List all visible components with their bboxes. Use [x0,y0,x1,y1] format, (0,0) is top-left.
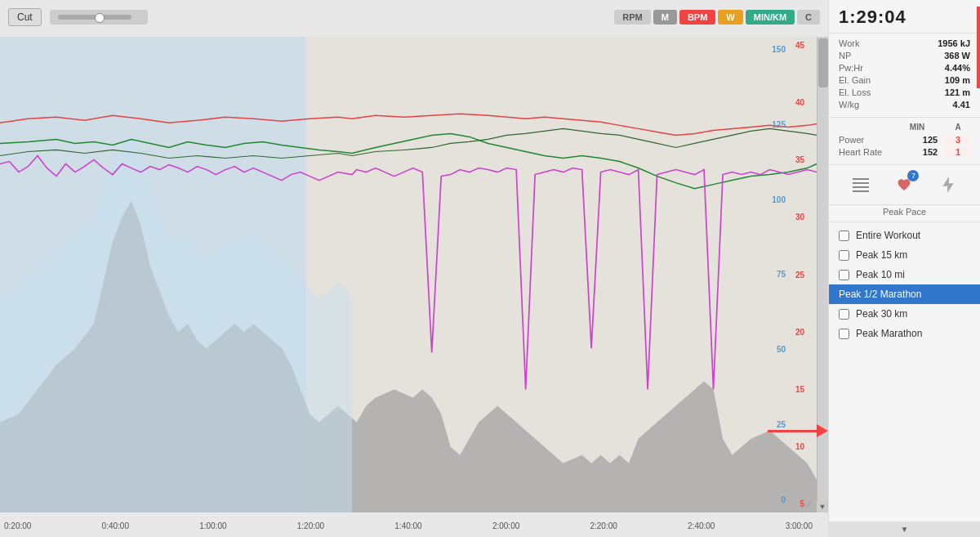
dropdown-label-peak-10mi: Peak 10 mi [856,269,905,280]
heart-icon[interactable]: 7 [891,172,917,198]
svg-rect-3 [853,190,869,192]
dropdown-label-peak-15km: Peak 15 km [856,249,907,261]
x-axis: 0:20:00 0:40:00 1:00:00 1:20:00 1:40:00 … [0,514,817,537]
dropdown-label-peak-marathon: Peak Marathon [856,328,922,339]
y-label-5: 5 [800,499,804,508]
stat-value-elgain: 109 m [945,75,970,85]
list-icon[interactable] [848,172,874,198]
range-slider[interactable] [50,10,148,25]
dropdown-item-peak-marathon[interactable]: Peak Marathon [829,324,980,343]
chart-scrollbar[interactable] [817,37,828,512]
min-avg-row-hr: Heart Rate 152 1 [839,147,970,157]
red-accent-strip [977,7,980,88]
lightning-icon[interactable] [935,172,961,198]
dropdown-item-peak-15km[interactable]: Peak 15 km [829,245,980,265]
stat-label-wkg: W/kg [839,100,859,110]
label-heartrate: Heart Rate [839,147,882,157]
chart-area: Cut RPM M BPM W MIN/KM C [0,0,828,537]
pill-m[interactable]: M [653,10,677,25]
min-avg-section: MIN A Power 125 3 Heart Rate 152 1 [829,118,980,165]
x-label-220: 2:20:00 [590,521,617,530]
chart-lines [0,37,817,512]
pill-bpm[interactable]: BPM [679,10,715,25]
stat-row-elgain: El. Gain 109 m [839,75,970,85]
stat-value-wkg: 4.41 [953,100,970,110]
stat-row-elloss: El. Loss 121 m [839,87,970,97]
chart-toolbar: Cut RPM M BPM W MIN/KM C [8,8,820,26]
red-arrow-indicator [768,424,828,437]
y-axis-right: 45 40 35 30 25 20 15 10 5 [795,37,804,512]
dropdown-item-peak-30km[interactable]: Peak 30 km [829,304,980,324]
col-header-avg: A [946,123,970,132]
checkbox-peak-15km[interactable] [839,250,849,261]
dropdown-label-peak-half-marathon: Peak 1/2 Marathon [839,289,921,300]
y-label-30: 30 [795,213,804,222]
stats-header: 1:29:04 [829,0,980,34]
chart-canvas[interactable]: 45 40 35 30 25 20 15 10 5 150 125 100 75… [0,37,817,512]
stat-label-pwhr: Pw:Hr [839,63,863,73]
y-label-150: 150 [772,45,786,54]
hr-avg: 1 [946,147,970,157]
min-avg-header: MIN A [839,123,970,132]
y-label-125: 125 [772,120,786,129]
pill-w[interactable]: W [718,10,742,25]
scrollbar-thumb[interactable] [818,38,828,87]
peak-pace-label: Peak Pace [829,205,980,222]
min-avg-row-power: Power 125 3 [839,135,970,145]
stat-value-np: 368 W [944,51,970,60]
hr-values: 152 1 [918,147,970,157]
action-icons: 7 [829,165,980,205]
col-header-min: MIN [905,123,929,132]
svg-rect-0 [853,178,869,180]
stats-grid: Work 1956 kJ NP 368 W Pw:Hr 4.44% El. Ga… [829,34,980,118]
y-label-40: 40 [795,98,804,107]
stat-label-elloss: El. Loss [839,87,871,97]
y-label-100: 100 [772,195,786,204]
pill-minkm[interactable]: MIN/KM [746,10,795,25]
y-label-15: 15 [795,385,804,394]
scroll-down-arrow[interactable]: ▼ [817,501,828,512]
y-label-75: 75 [777,270,786,279]
x-label-240: 2:40:00 [688,521,715,530]
y-label-25: 25 [795,271,804,280]
pill-c[interactable]: C [797,10,820,25]
dropdown-list[interactable]: Entire Workout Peak 15 km Peak 10 mi Pea… [829,222,980,521]
svg-marker-4 [942,177,953,193]
checkbox-peak-10mi[interactable] [839,270,849,280]
hr-min: 152 [918,147,942,157]
y-label-20: 20 [795,328,804,337]
dropdown-label-peak-30km: Peak 30 km [856,308,907,320]
y-label-10: 10 [795,442,804,451]
y-label-0: 0 [781,495,786,504]
dropdown-item-entire-workout[interactable]: Entire Workout [829,226,980,245]
dropdown-item-peak-10mi[interactable]: Peak 10 mi [829,265,980,284]
checkbox-peak-marathon[interactable] [839,329,849,339]
svg-rect-1 [853,182,869,184]
dropdown-label-entire-workout: Entire Workout [856,230,920,241]
x-label-100: 1:00:00 [199,521,226,530]
label-power: Power [839,135,864,145]
cut-button[interactable]: Cut [8,8,42,26]
badge-count: 7 [907,170,919,181]
right-panel-scroll-down[interactable]: ▼ [829,521,980,537]
x-label-140: 1:40:00 [394,521,421,530]
stat-label-np: NP [839,51,851,60]
x-label-300: 3:00:00 [786,521,813,530]
stat-value-pwhr: 4.44% [945,63,970,73]
x-label-020: 0:20:00 [4,521,31,530]
right-panel: 1:29:04 Work 1956 kJ NP 368 W Pw:Hr 4.44… [828,0,980,537]
x-label-040: 0:40:00 [102,521,129,530]
power-min: 125 [918,135,942,145]
dropdown-item-peak-half-marathon[interactable]: Peak 1/2 Marathon [829,284,980,304]
time-display: 1:29:04 [839,7,970,28]
stat-row-pwhr: Pw:Hr 4.44% [839,63,970,73]
y-label-50: 50 [777,345,786,354]
y-label-45: 45 [795,41,804,50]
stat-label-work: Work [839,38,859,48]
power-values: 125 3 [918,135,970,145]
checkbox-peak-30km[interactable] [839,309,849,320]
checkbox-entire-workout[interactable] [839,230,849,241]
pill-rpm[interactable]: RPM [614,10,650,25]
power-avg: 3 [946,135,970,145]
chart-pills: RPM M BPM W MIN/KM C [614,10,820,25]
